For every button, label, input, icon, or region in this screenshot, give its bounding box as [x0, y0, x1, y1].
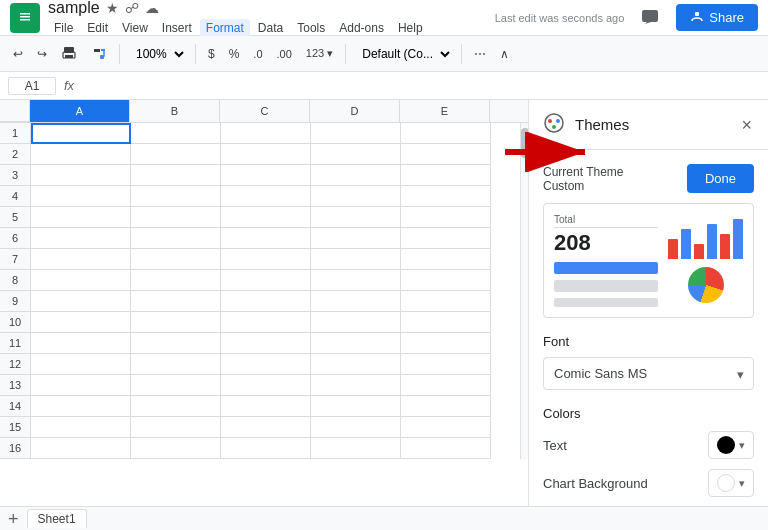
menu-format[interactable]: Format — [200, 19, 250, 37]
cell-A13[interactable] — [31, 375, 131, 396]
cell-D14[interactable] — [311, 396, 401, 417]
cell-A15[interactable] — [31, 417, 131, 438]
share-button[interactable]: Share — [676, 4, 758, 31]
cell-A12[interactable] — [31, 354, 131, 375]
cell-A4[interactable] — [31, 186, 131, 207]
vertical-scrollbar[interactable] — [520, 123, 528, 459]
cell-C3[interactable] — [221, 165, 311, 186]
cell-B7[interactable] — [131, 249, 221, 270]
cell-E3[interactable] — [401, 165, 491, 186]
cell-D7[interactable] — [311, 249, 401, 270]
cell-C7[interactable] — [221, 249, 311, 270]
menu-data[interactable]: Data — [252, 19, 289, 37]
cell-E14[interactable] — [401, 396, 491, 417]
cell-C12[interactable] — [221, 354, 311, 375]
cell-C11[interactable] — [221, 333, 311, 354]
cell-E2[interactable] — [401, 144, 491, 165]
row-num-4[interactable]: 4 — [0, 186, 30, 207]
cell-E4[interactable] — [401, 186, 491, 207]
row-num-5[interactable]: 5 — [0, 207, 30, 228]
cell-B14[interactable] — [131, 396, 221, 417]
chart-bg-color-picker[interactable]: ▾ — [708, 469, 754, 497]
menu-help[interactable]: Help — [392, 19, 429, 37]
redo-button[interactable]: ↪ — [32, 44, 52, 64]
menu-tools[interactable]: Tools — [291, 19, 331, 37]
cell-E5[interactable] — [401, 207, 491, 228]
cell-A8[interactable] — [31, 270, 131, 291]
cell-reference-input[interactable] — [8, 77, 56, 95]
cell-C4[interactable] — [221, 186, 311, 207]
cell-E1[interactable] — [401, 123, 491, 144]
cell-A1[interactable] — [31, 123, 131, 144]
chat-button[interactable] — [634, 2, 666, 34]
cell-C8[interactable] — [221, 270, 311, 291]
cell-E7[interactable] — [401, 249, 491, 270]
cell-E8[interactable] — [401, 270, 491, 291]
undo-button[interactable]: ↩ — [8, 44, 28, 64]
row-num-13[interactable]: 13 — [0, 375, 30, 396]
cell-C6[interactable] — [221, 228, 311, 249]
col-header-b[interactable]: B — [130, 100, 220, 122]
row-num-16[interactable]: 16 — [0, 438, 30, 459]
corner-cell[interactable] — [0, 100, 30, 122]
cell-A2[interactable] — [31, 144, 131, 165]
col-header-e[interactable]: E — [400, 100, 490, 122]
cell-D5[interactable] — [311, 207, 401, 228]
cell-C5[interactable] — [221, 207, 311, 228]
cell-B5[interactable] — [131, 207, 221, 228]
cell-B8[interactable] — [131, 270, 221, 291]
collapse-toolbar-button[interactable]: ∧ — [495, 44, 514, 64]
sheet-tab[interactable]: Sheet1 — [27, 509, 87, 528]
drive-icon[interactable]: ☍ — [125, 0, 139, 16]
row-num-1[interactable]: 1 — [0, 123, 30, 144]
menu-file[interactable]: File — [48, 19, 79, 37]
cell-B2[interactable] — [131, 144, 221, 165]
menu-insert[interactable]: Insert — [156, 19, 198, 37]
menu-view[interactable]: View — [116, 19, 154, 37]
cell-B12[interactable] — [131, 354, 221, 375]
cell-E11[interactable] — [401, 333, 491, 354]
paint-format-button[interactable] — [86, 43, 112, 65]
cell-B9[interactable] — [131, 291, 221, 312]
percent-button[interactable]: % — [224, 44, 245, 64]
formula-input[interactable] — [82, 78, 760, 93]
cell-C10[interactable] — [221, 312, 311, 333]
row-num-7[interactable]: 7 — [0, 249, 30, 270]
cell-A9[interactable] — [31, 291, 131, 312]
row-num-11[interactable]: 11 — [0, 333, 30, 354]
cell-A16[interactable] — [31, 438, 131, 459]
cell-C1[interactable] — [221, 123, 311, 144]
cell-D12[interactable] — [311, 354, 401, 375]
done-button[interactable]: Done — [687, 164, 754, 193]
menu-addons[interactable]: Add-ons — [333, 19, 390, 37]
row-num-6[interactable]: 6 — [0, 228, 30, 249]
more-options-button[interactable]: ⋯ — [469, 44, 491, 64]
col-header-d[interactable]: D — [310, 100, 400, 122]
cell-B11[interactable] — [131, 333, 221, 354]
cell-A11[interactable] — [31, 333, 131, 354]
cell-D11[interactable] — [311, 333, 401, 354]
row-num-15[interactable]: 15 — [0, 417, 30, 438]
row-num-10[interactable]: 10 — [0, 312, 30, 333]
cell-D2[interactable] — [311, 144, 401, 165]
cell-B15[interactable] — [131, 417, 221, 438]
cell-D1[interactable] — [311, 123, 401, 144]
menu-edit[interactable]: Edit — [81, 19, 114, 37]
more-formats-button[interactable]: 123 ▾ — [301, 44, 338, 63]
cell-A14[interactable] — [31, 396, 131, 417]
themes-close-button[interactable]: × — [739, 114, 754, 136]
cell-B1[interactable] — [131, 123, 221, 144]
decimal-dec-button[interactable]: .0 — [248, 45, 267, 63]
cell-D15[interactable] — [311, 417, 401, 438]
cell-D13[interactable] — [311, 375, 401, 396]
currency-button[interactable]: $ — [203, 44, 220, 64]
zoom-select[interactable]: 100% 75% 125% — [127, 43, 188, 65]
cell-E6[interactable] — [401, 228, 491, 249]
cell-C14[interactable] — [221, 396, 311, 417]
cell-C16[interactable] — [221, 438, 311, 459]
cell-C15[interactable] — [221, 417, 311, 438]
cell-B10[interactable] — [131, 312, 221, 333]
cell-C9[interactable] — [221, 291, 311, 312]
cell-E10[interactable] — [401, 312, 491, 333]
cell-E16[interactable] — [401, 438, 491, 459]
